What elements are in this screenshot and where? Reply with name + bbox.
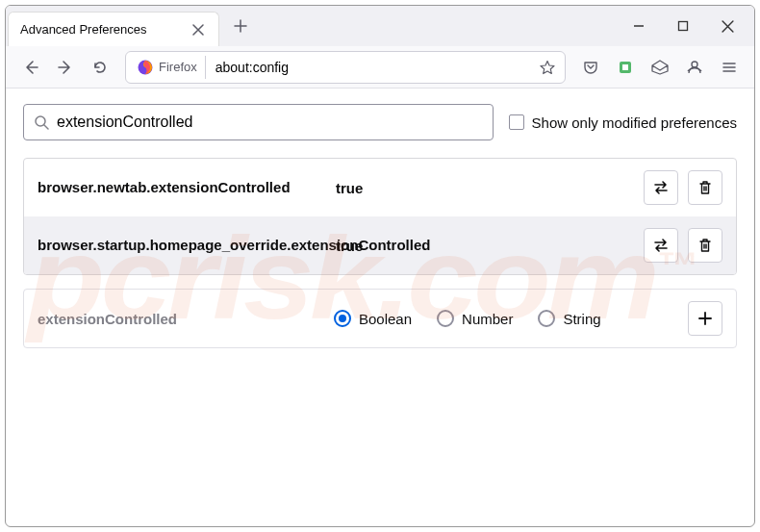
url-input[interactable] xyxy=(206,60,534,75)
toggle-button[interactable] xyxy=(644,228,678,263)
maximize-button[interactable] xyxy=(662,11,704,41)
checkbox-label: Show only modified preferences xyxy=(532,114,737,131)
close-tab-icon[interactable] xyxy=(190,21,207,38)
radio-string[interactable]: String xyxy=(538,310,600,327)
type-radio-group: Boolean Number String xyxy=(334,310,680,327)
pref-name: browser.startup.homepage_override.extens… xyxy=(38,236,326,255)
trash-icon xyxy=(697,180,713,195)
radio-label: String xyxy=(563,311,600,327)
tab-title: Advanced Preferences xyxy=(20,22,182,37)
radio-icon xyxy=(334,310,351,327)
swap-icon xyxy=(652,180,670,195)
pocket-icon[interactable] xyxy=(575,52,606,83)
radio-label: Boolean xyxy=(359,311,412,327)
pref-value: true xyxy=(336,238,634,254)
extension-icon[interactable] xyxy=(610,52,641,83)
modified-only-checkbox[interactable]: Show only modified preferences xyxy=(509,114,737,131)
pref-value: true xyxy=(336,180,634,196)
back-button[interactable] xyxy=(15,52,46,83)
new-pref-name: extensionControlled xyxy=(38,311,326,327)
inbox-icon[interactable] xyxy=(645,52,675,83)
swap-icon xyxy=(652,238,670,253)
tab-bar: Advanced Preferences xyxy=(6,6,754,46)
window-controls xyxy=(618,11,752,41)
firefox-icon xyxy=(138,60,153,75)
close-window-button[interactable] xyxy=(706,11,748,41)
brand-label: Firefox xyxy=(159,60,197,74)
plus-icon xyxy=(697,311,713,326)
site-identity[interactable]: Firefox xyxy=(130,56,206,79)
forward-button[interactable] xyxy=(50,52,81,83)
radio-icon xyxy=(538,310,555,327)
url-bar[interactable]: Firefox xyxy=(125,51,566,84)
pref-row: browser.startup.homepage_override.extens… xyxy=(24,216,736,274)
reload-button[interactable] xyxy=(85,52,115,83)
navigation-toolbar: Firefox xyxy=(6,46,754,89)
radio-icon xyxy=(437,310,454,327)
browser-tab[interactable]: Advanced Preferences xyxy=(8,12,219,46)
search-icon xyxy=(34,114,49,130)
add-button[interactable] xyxy=(688,301,722,336)
toggle-button[interactable] xyxy=(644,170,678,205)
search-box[interactable] xyxy=(23,104,494,140)
svg-point-4 xyxy=(692,62,697,67)
search-row: Show only modified preferences xyxy=(23,104,737,140)
checkbox-icon xyxy=(509,114,524,130)
search-input[interactable] xyxy=(57,114,483,131)
delete-button[interactable] xyxy=(688,228,722,263)
page-content: Show only modified preferences browser.n… xyxy=(6,89,754,364)
trash-icon xyxy=(697,238,713,253)
bookmark-star-icon[interactable] xyxy=(534,54,561,81)
svg-rect-3 xyxy=(622,64,628,70)
profile-icon[interactable] xyxy=(679,52,710,83)
pref-name: browser.newtab.extensionControlled xyxy=(38,178,326,197)
new-tab-button[interactable] xyxy=(225,11,256,41)
minimize-button[interactable] xyxy=(618,11,660,41)
radio-label: Number xyxy=(462,311,513,327)
svg-rect-0 xyxy=(679,22,688,31)
browser-window: Advanced Preferences xyxy=(5,5,755,527)
new-pref-row: extensionControlled Boolean Number Strin… xyxy=(23,289,737,348)
preferences-table: browser.newtab.extensionControlled true … xyxy=(23,158,737,275)
delete-button[interactable] xyxy=(688,170,722,205)
menu-icon[interactable] xyxy=(714,52,745,83)
radio-boolean[interactable]: Boolean xyxy=(334,310,412,327)
pref-row: browser.newtab.extensionControlled true xyxy=(24,159,736,216)
radio-number[interactable]: Number xyxy=(437,310,513,327)
